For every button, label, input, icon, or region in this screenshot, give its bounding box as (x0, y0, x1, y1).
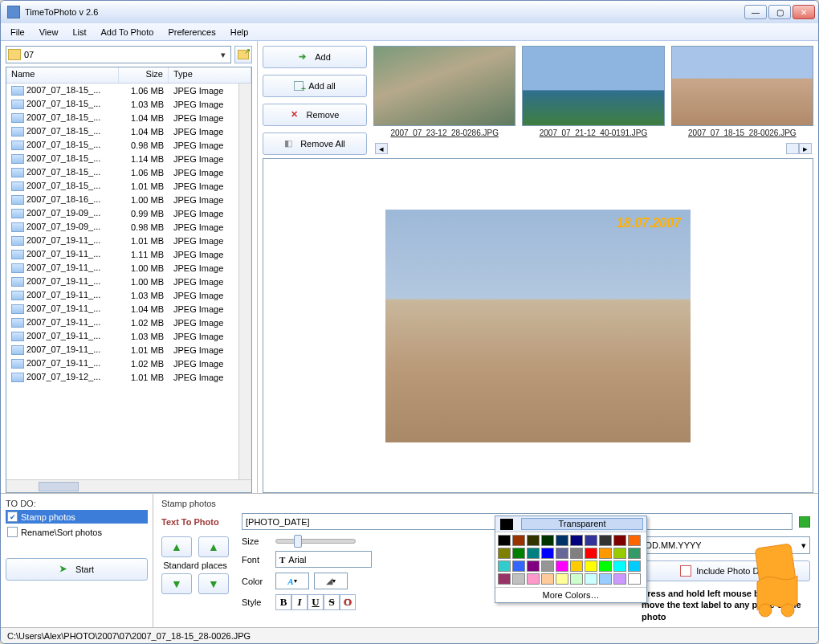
color-swatch[interactable] (585, 535, 597, 546)
file-row[interactable]: 2007_07_18-15_...1.04 MBJPEG Image (6, 124, 238, 138)
menu-file[interactable]: File (4, 26, 31, 39)
color-swatch[interactable] (527, 560, 540, 572)
text-color-button[interactable]: A▾ (275, 573, 309, 589)
place-top-right-button[interactable]: ▲ (198, 536, 229, 557)
file-row[interactable]: 2007_07_19-11_...1.02 MBJPEG Image (6, 357, 238, 370)
thumbnail[interactable]: 2007_07_21-12_40-0191.JPG (522, 46, 664, 142)
vertical-scrollbar[interactable] (238, 84, 251, 479)
color-swatch[interactable] (512, 548, 525, 559)
add-button[interactable]: ➔Add (263, 46, 367, 68)
start-button[interactable]: ➤Start (6, 558, 148, 581)
preview-area[interactable]: 18.07.2007 (263, 158, 813, 493)
file-row[interactable]: 2007_07_18-15_...1.14 MBJPEG Image (6, 152, 238, 165)
col-name[interactable]: Name (6, 67, 119, 83)
color-swatch[interactable] (541, 535, 554, 546)
style-s-button[interactable]: S (324, 594, 340, 610)
thumbnail[interactable]: 2007_07_18-15_28-0026.JPG (671, 46, 813, 142)
color-swatch[interactable] (599, 560, 612, 572)
style-b-button[interactable]: B (275, 594, 291, 610)
style-u-button[interactable]: U (308, 594, 324, 610)
color-swatch[interactable] (498, 548, 511, 559)
thumbnail[interactable]: 2007_07_23-12_28-0286.JPG (373, 46, 515, 142)
color-swatch[interactable] (556, 573, 568, 585)
color-swatch[interactable] (613, 548, 626, 559)
file-row[interactable]: 2007_07_19-11_...1.03 MBJPEG Image (6, 329, 238, 343)
color-swatch[interactable] (498, 535, 511, 546)
horizontal-scrollbar[interactable] (6, 479, 251, 492)
color-swatch[interactable] (585, 560, 597, 572)
color-swatch[interactable] (613, 573, 626, 585)
file-row[interactable]: 2007_07_18-15_...1.04 MBJPEG Image (6, 111, 238, 124)
menu-preferences[interactable]: Preferences (161, 26, 222, 39)
color-swatch[interactable] (585, 548, 597, 559)
color-swatch[interactable] (556, 548, 568, 559)
date-stamp[interactable]: 18.07.2007 (617, 216, 681, 230)
style-o-button[interactable]: O (340, 594, 356, 610)
color-swatch[interactable] (599, 548, 612, 559)
color-swatch[interactable] (628, 535, 641, 546)
col-type[interactable]: Type (169, 67, 251, 83)
folder-combo[interactable]: 07 ▾ (6, 46, 231, 63)
color-swatch[interactable] (570, 548, 583, 559)
todo-stamp-photos[interactable]: ✔Stamp photos (6, 510, 148, 524)
color-swatch[interactable] (570, 560, 583, 572)
color-swatch[interactable] (570, 573, 583, 585)
file-row[interactable]: 2007_07_19-11_...1.00 MBJPEG Image (6, 275, 238, 288)
color-swatch[interactable] (541, 560, 554, 572)
todo-rename-sort[interactable]: Rename\Sort photos (6, 525, 148, 539)
file-row[interactable]: 2007_07_19-11_...1.11 MBJPEG Image (6, 247, 238, 261)
menu-addtophoto[interactable]: Add To Photo (95, 26, 161, 39)
file-row[interactable]: 2007_07_18-15_...1.06 MBJPEG Image (6, 84, 238, 97)
color-swatch[interactable] (527, 573, 540, 585)
color-swatch[interactable] (599, 573, 612, 585)
menu-list[interactable]: List (66, 26, 92, 39)
color-swatch[interactable] (570, 535, 583, 546)
color-swatch[interactable] (613, 560, 626, 572)
transparent-option[interactable]: Transparent (521, 518, 643, 530)
file-row[interactable]: 2007_07_19-12_...1.01 MBJPEG Image (6, 370, 238, 384)
font-combo[interactable]: TArial (275, 551, 372, 568)
color-swatch[interactable] (628, 548, 641, 559)
color-swatch[interactable] (498, 560, 511, 572)
file-row[interactable]: 2007_07_19-11_...1.01 MBJPEG Image (6, 343, 238, 357)
file-row[interactable]: 2007_07_18-15_...1.01 MBJPEG Image (6, 179, 238, 193)
color-swatch[interactable] (541, 548, 554, 559)
color-swatch[interactable] (613, 535, 626, 546)
file-row[interactable]: 2007_07_19-09_...0.98 MBJPEG Image (6, 220, 238, 234)
file-row[interactable]: 2007_07_19-11_...1.01 MBJPEG Image (6, 234, 238, 247)
menu-view[interactable]: View (33, 26, 65, 39)
minimize-button[interactable]: — (744, 5, 767, 19)
color-swatch[interactable] (599, 535, 612, 546)
close-button[interactable]: ✕ (793, 5, 815, 19)
file-row[interactable]: 2007_07_18-15_...1.03 MBJPEG Image (6, 97, 238, 111)
add-all-button[interactable]: +Add all (263, 75, 367, 97)
file-rows[interactable]: 2007_07_18-15_...1.06 MBJPEG Image2007_0… (6, 84, 238, 479)
thumb-scrollbar[interactable]: ◂▸ (373, 142, 813, 155)
color-swatch[interactable] (556, 560, 568, 572)
size-slider[interactable] (275, 539, 356, 544)
color-swatch[interactable] (541, 573, 554, 585)
color-swatch[interactable] (527, 535, 540, 546)
color-swatch[interactable] (628, 573, 641, 585)
style-i-button[interactable]: I (291, 594, 308, 610)
color-swatch[interactable] (628, 560, 641, 572)
color-swatch[interactable] (585, 573, 597, 585)
remove-button[interactable]: ✕Remove (263, 104, 367, 126)
col-size[interactable]: Size (119, 67, 169, 83)
color-swatch[interactable] (512, 535, 525, 546)
place-bottom-right-button[interactable]: ▼ (198, 573, 229, 594)
remove-all-button[interactable]: ◧Remove All (263, 132, 367, 155)
file-row[interactable]: 2007_07_19-11_...1.04 MBJPEG Image (6, 302, 238, 316)
color-swatch[interactable] (498, 573, 511, 585)
file-row[interactable]: 2007_07_18-15_...0.98 MBJPEG Image (6, 138, 238, 152)
color-swatch[interactable] (527, 548, 540, 559)
bg-color-button[interactable]: ◢▾ (314, 573, 348, 589)
place-bottom-left-button[interactable]: ▼ (161, 573, 192, 594)
color-swatch[interactable] (512, 573, 525, 585)
menu-help[interactable]: Help (224, 26, 255, 39)
place-top-left-button[interactable]: ▲ (161, 536, 192, 557)
file-row[interactable]: 2007_07_19-11_...1.00 MBJPEG Image (6, 261, 238, 275)
more-colors-button[interactable]: More Colors… (495, 587, 646, 602)
color-swatch[interactable] (512, 560, 525, 572)
file-row[interactable]: 2007_07_18-16_...1.00 MBJPEG Image (6, 193, 238, 206)
